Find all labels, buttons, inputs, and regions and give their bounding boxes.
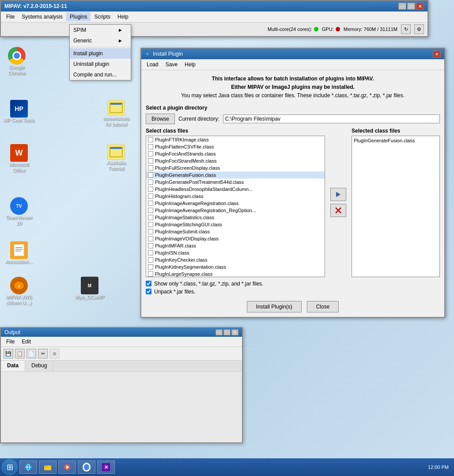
file-list-item[interactable]: PlugInFTIRKImage.class — [146, 136, 325, 143]
desktop-icon-annotation[interactable]: Annotation... — [4, 241, 34, 265]
remove-file-btn[interactable] — [330, 204, 346, 217]
refresh-btn[interactable]: ↻ — [401, 24, 411, 34]
file-list-item[interactable]: PlugInLargeSynapse.class — [146, 270, 325, 277]
file-list-item[interactable]: PlugInImageAverageRegistration.class — [146, 200, 325, 207]
add-file-btn[interactable] — [330, 188, 346, 201]
settings-btn[interactable]: ⚙ — [414, 24, 424, 34]
dialog-menu-load[interactable]: Load — [143, 60, 162, 69]
menu-plugins[interactable]: Plugins — [66, 12, 91, 21]
file-list-item[interactable]: PlugInKidneySegmentation.class — [146, 263, 325, 270]
file-list-item[interactable]: PlugInGenerateFusion.class — [146, 171, 325, 179]
file-list-item[interactable]: PlugInImageStatistics.class — [146, 214, 325, 221]
tab-data[interactable]: Data — [1, 361, 25, 371]
current-dir-input[interactable] — [223, 114, 440, 123]
unpack-jar-checkbox[interactable] — [146, 289, 151, 294]
multicore-label: Multi-core(24 cores): — [268, 27, 312, 32]
file-checkbox[interactable] — [148, 250, 153, 255]
file-checkbox[interactable] — [148, 179, 153, 185]
tab-debug[interactable]: Debug — [25, 361, 53, 371]
file-checkbox[interactable] — [148, 194, 153, 199]
menu-scripts[interactable]: Scripts — [91, 12, 114, 21]
taskbar-ie[interactable] — [19, 461, 37, 474]
desktop-icon-hp[interactable]: HP HP Cool Tools — [4, 100, 34, 123]
output-menu-file[interactable]: File — [3, 338, 18, 346]
file-checkbox[interactable] — [148, 222, 153, 227]
file-checkbox[interactable] — [148, 271, 153, 277]
maximize-btn[interactable]: □ — [407, 3, 415, 10]
file-list-item[interactable]: PlugInFociAndStrands.class — [146, 150, 325, 157]
file-list-item[interactable]: PlugInFullScreenDisplay.class — [146, 164, 325, 171]
close-dialog-btn[interactable]: Close — [307, 301, 339, 312]
dialog-menu-help[interactable]: Help — [181, 60, 199, 69]
selected-list-container[interactable]: PlugInGenerateFusion.class — [352, 136, 440, 277]
menu-generic[interactable]: Generic ▶ — [70, 35, 131, 46]
desktop-icon-teamviewer[interactable]: TV TeamViewer 10 — [4, 197, 34, 226]
dialog-menu-save[interactable]: Save — [162, 60, 181, 69]
checkbox-option-2[interactable]: Unpack *.jar files. — [146, 289, 440, 295]
file-checkbox[interactable] — [148, 137, 153, 142]
menu-compile-run[interactable]: Compile and run... — [70, 69, 131, 80]
file-checkbox[interactable] — [148, 151, 153, 156]
close-btn[interactable]: ✕ — [416, 3, 424, 10]
output-menu-edit[interactable]: Edit — [18, 338, 34, 346]
file-checkbox[interactable] — [148, 243, 153, 248]
file-list-item[interactable]: PlugInHistogram.class — [146, 193, 325, 200]
file-list-item[interactable]: PlugInImageSubmit.class — [146, 228, 325, 235]
show-only-checkbox[interactable] — [146, 281, 151, 286]
file-list-item[interactable]: PlugInFlattenCSVFile.class — [146, 143, 325, 150]
output-close-btn[interactable]: ✕ — [231, 329, 238, 335]
file-list-item[interactable]: PlugInKeyChecker.class — [146, 256, 325, 263]
file-list-item[interactable]: PlugInImageVOIDisplay.class — [146, 235, 325, 242]
desktop-icon-screenshots[interactable]: screenshots for tutorial — [101, 100, 132, 127]
file-list-item[interactable]: PlugInHeadlessDrosophilaStandardColumn..… — [146, 186, 325, 193]
menu-help[interactable]: Help — [114, 12, 132, 21]
generic-arrow: ▶ — [119, 38, 122, 43]
file-list-item[interactable]: PlugInFociStrandMesh.class — [146, 157, 325, 164]
taskbar-chrome[interactable] — [78, 461, 95, 474]
file-list-item[interactable]: PlugInImageStitchingGUI.class — [146, 221, 325, 228]
checkbox-option-1[interactable]: Show only *.class, *.tar.gz, *.zip, and … — [146, 281, 440, 287]
start-button[interactable]: ⊞ — [2, 459, 18, 475]
file-checkbox[interactable] — [148, 229, 153, 234]
desktop-icon-office[interactable]: W Microsoft Office — [4, 144, 34, 173]
menu-install-plugin[interactable]: Install plugin — [70, 48, 131, 59]
file-checkbox[interactable] — [148, 172, 153, 178]
desktop-icon-chrome[interactable]: Google Chrome — [1, 47, 32, 76]
desktop-icon-australia[interactable]: Australia Tutorial — [101, 144, 132, 171]
output-minimize-btn[interactable]: ─ — [216, 329, 223, 335]
file-checkbox[interactable] — [148, 165, 153, 171]
file-checkbox[interactable] — [148, 257, 153, 263]
minimize-btn[interactable]: ─ — [398, 3, 406, 10]
selected-file-item[interactable]: PlugInGenerateFusion.class — [354, 138, 438, 143]
file-list-item[interactable]: PlugInIMFAR.class — [146, 242, 325, 249]
file-checkbox[interactable] — [148, 144, 153, 149]
output-maximize-btn[interactable]: □ — [223, 329, 231, 335]
taskbar-media[interactable] — [58, 461, 76, 474]
taskbar-x[interactable]: ✕ — [97, 461, 115, 474]
cut-tool-btn[interactable]: ✂ — [38, 349, 48, 358]
menu-systems-analysis[interactable]: Systems analysis — [18, 12, 66, 21]
paste-tool-btn[interactable]: 📄 — [26, 349, 36, 358]
file-checkbox[interactable] — [148, 158, 153, 164]
file-list-container[interactable]: PlugInFTIRKImage.classPlugInFlattenCSVFi… — [146, 136, 325, 277]
file-checkbox[interactable] — [148, 201, 153, 206]
menu-uninstall-plugin[interactable]: Uninstall plugin — [70, 59, 131, 69]
file-checkbox[interactable] — [148, 264, 153, 270]
desktop-icon-myo[interactable]: M Myo_GCaMP — [74, 277, 105, 300]
file-checkbox[interactable] — [148, 236, 153, 241]
browse-button[interactable]: Browse — [146, 114, 175, 124]
desktop-icon-mipav[interactable]: J MIPAV-JWS (Worm U...) — [4, 277, 34, 306]
menu-spim[interactable]: SPIM ▶ — [70, 25, 131, 35]
file-list-item[interactable]: PlugInGeneratePostTreatment544d.class — [146, 179, 325, 186]
file-checkbox[interactable] — [148, 215, 153, 220]
file-checkbox[interactable] — [148, 187, 153, 192]
dialog-close-btn[interactable]: ✕ — [433, 50, 441, 57]
install-btn[interactable]: Install Plugin(s) — [247, 301, 302, 312]
menu-file[interactable]: File — [3, 12, 18, 21]
file-list-item[interactable]: PlugInISN.class — [146, 249, 325, 256]
taskbar-folder[interactable] — [39, 461, 57, 474]
file-checkbox[interactable] — [148, 208, 153, 213]
save-tool-btn[interactable]: 💾 — [4, 349, 13, 358]
copy-tool-btn[interactable]: 📋 — [15, 349, 25, 358]
file-list-item[interactable]: PlugInImageAverageRegistration_RegOption… — [146, 207, 325, 214]
